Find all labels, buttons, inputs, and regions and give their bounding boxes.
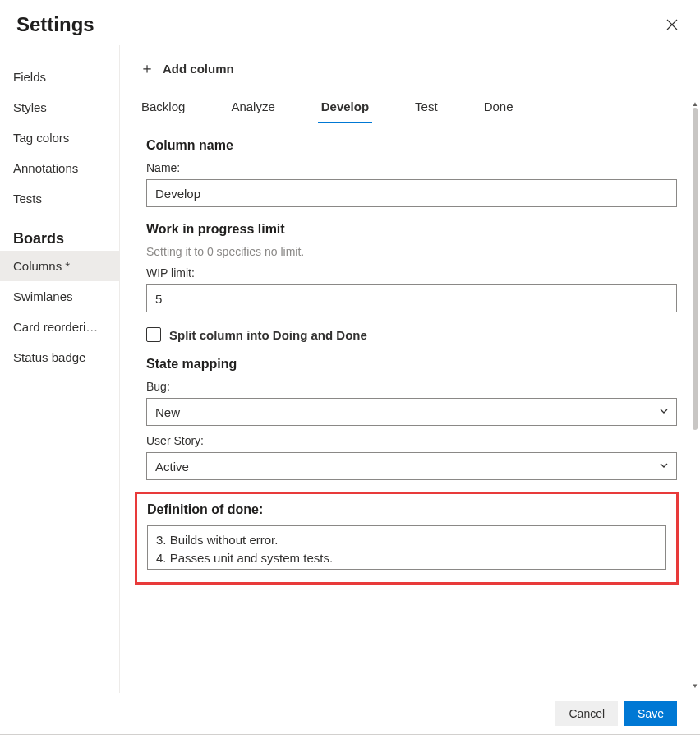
- sidebar-item-label: Swimlanes: [13, 289, 73, 303]
- sidebar-item-columns[interactable]: Columns *: [0, 251, 119, 281]
- sidebar-item-card-reordering[interactable]: Card reorderi…: [0, 312, 119, 342]
- column-tabs: Backlog Analyze Develop Test Done: [138, 91, 677, 123]
- definition-of-done-textarea[interactable]: [147, 525, 666, 570]
- sidebar-item-tests[interactable]: Tests: [0, 183, 119, 214]
- add-column-label: Add column: [163, 62, 234, 76]
- user-story-label: User Story:: [146, 434, 677, 447]
- tab-develop[interactable]: Develop: [318, 91, 372, 123]
- scroll-down-icon: ▼: [692, 683, 698, 690]
- scroll-up-icon: ▲: [692, 101, 698, 108]
- column-name-heading: Column name: [146, 138, 677, 153]
- sidebar-item-tag-colors[interactable]: Tag colors: [0, 122, 119, 153]
- sidebar-item-label: Tests: [13, 192, 42, 206]
- cancel-button[interactable]: Cancel: [555, 701, 618, 726]
- bug-state-select[interactable]: [146, 398, 677, 426]
- wip-limit-input[interactable]: [146, 284, 677, 312]
- tab-test[interactable]: Test: [412, 91, 441, 123]
- sidebar-item-label: Card reorderi…: [13, 320, 98, 334]
- column-name-input[interactable]: [146, 179, 677, 207]
- tab-analyze[interactable]: Analyze: [228, 91, 278, 123]
- sidebar-item-label: Fields: [13, 70, 46, 84]
- sidebar-item-label: Status badge: [13, 350, 85, 364]
- close-icon: [665, 18, 679, 31]
- sidebar-item-swimlanes[interactable]: Swimlanes: [0, 281, 119, 312]
- sidebar-item-label: Columns *: [13, 259, 70, 273]
- wip-heading: Work in progress limit: [146, 222, 677, 237]
- tab-backlog[interactable]: Backlog: [138, 91, 188, 123]
- scrollbar[interactable]: ▲ ▼: [690, 98, 700, 693]
- state-mapping-heading: State mapping: [146, 357, 677, 372]
- sidebar: Fields Styles Tag colors Annotations Tes…: [0, 45, 119, 693]
- sidebar-group-boards: Boards: [0, 224, 119, 251]
- user-story-state-select[interactable]: [146, 452, 677, 480]
- tab-done[interactable]: Done: [481, 91, 517, 123]
- dod-heading: Definition of done:: [147, 502, 666, 517]
- wip-label: WIP limit:: [146, 266, 677, 280]
- name-label: Name:: [146, 161, 677, 174]
- split-column-label: Split column into Doing and Done: [169, 328, 367, 342]
- sidebar-item-status-badge[interactable]: Status badge: [0, 342, 119, 372]
- close-button[interactable]: [661, 13, 684, 39]
- main-panel: ＋ Add column Backlog Analyze Develop Tes…: [119, 45, 700, 693]
- sidebar-item-styles[interactable]: Styles: [0, 92, 119, 122]
- sidebar-item-label: Tag colors: [13, 131, 69, 145]
- page-title: Settings: [16, 13, 94, 36]
- scrollbar-thumb[interactable]: [693, 108, 698, 430]
- plus-icon: ＋: [140, 58, 154, 78]
- split-column-checkbox[interactable]: [146, 327, 161, 342]
- sidebar-item-label: Annotations: [13, 161, 78, 175]
- bug-label: Bug:: [146, 380, 677, 393]
- wip-hint: Setting it to 0 specifies no limit.: [146, 245, 677, 258]
- add-column-button[interactable]: ＋ Add column: [138, 55, 677, 91]
- sidebar-item-fields[interactable]: Fields: [0, 62, 119, 92]
- save-button[interactable]: Save: [624, 701, 677, 726]
- sidebar-item-annotations[interactable]: Annotations: [0, 153, 119, 183]
- definition-of-done-highlight: Definition of done:: [135, 492, 679, 585]
- sidebar-item-label: Styles: [13, 100, 47, 114]
